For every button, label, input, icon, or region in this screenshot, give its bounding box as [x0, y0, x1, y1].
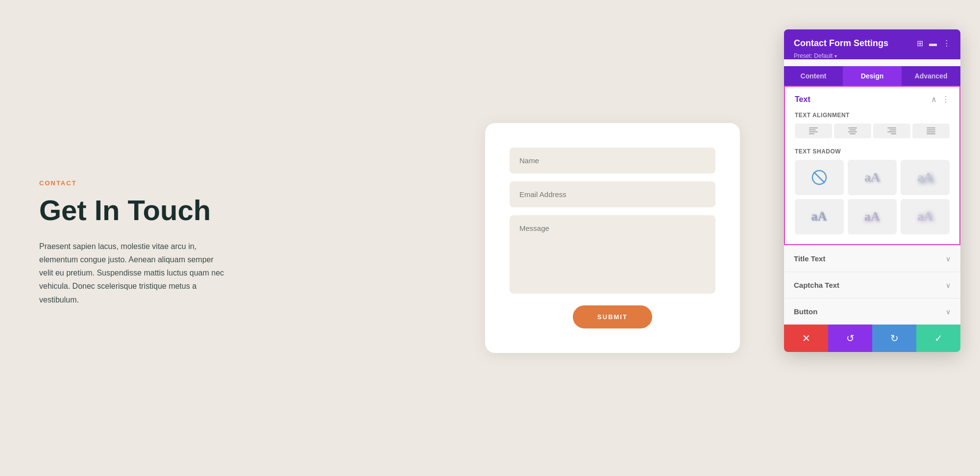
preset-row: Preset: Default ▾ — [794, 52, 951, 59]
tab-content[interactable]: Content — [784, 66, 843, 86]
button-label: Button — [794, 307, 817, 316]
captcha-text-label: Captcha Text — [794, 281, 839, 289]
shadow-text-4: aA — [864, 209, 880, 224]
panel-title-icons: ⊞ ▬ ⋮ — [917, 39, 951, 48]
panel-body: Text ∧ ⋮ Text Alignment — [784, 86, 960, 352]
name-input[interactable] — [510, 148, 715, 174]
align-left-icon — [809, 127, 818, 134]
alignment-label: Text Alignment — [795, 112, 950, 119]
resize-icon[interactable]: ⊞ — [917, 39, 923, 48]
svg-rect-15 — [927, 133, 935, 134]
align-justify-button[interactable] — [912, 124, 950, 138]
left-column: CONTACT Get In Touch Praesent sapien lac… — [39, 170, 245, 306]
svg-rect-9 — [889, 129, 896, 130]
shadow-option-4[interactable]: aA — [848, 199, 897, 234]
text-section: Text ∧ ⋮ Text Alignment — [784, 86, 960, 245]
cancel-button[interactable]: ✕ — [784, 325, 828, 352]
title-text-section[interactable]: Title Text ∨ — [784, 245, 960, 272]
shadow-text-5: aA — [917, 209, 933, 224]
align-justify-icon — [927, 127, 935, 134]
section-header-icons: ∧ ⋮ — [931, 95, 950, 104]
tab-advanced[interactable]: Advanced — [902, 66, 960, 86]
shadow-text-1: aA — [864, 170, 880, 185]
action-bar: ✕ ↺ ↻ ✓ — [784, 325, 960, 352]
title-text-label: Title Text — [794, 254, 825, 263]
body-text: Praesent sapien lacus, molestie vitae ar… — [39, 240, 225, 306]
settings-panel: Contact Form Settings ⊞ ▬ ⋮ Preset: Defa… — [784, 29, 960, 352]
captcha-text-chevron: ∨ — [946, 281, 951, 289]
undo-button[interactable]: ↺ — [828, 325, 872, 352]
text-section-title: Text — [795, 95, 810, 104]
panel-header: Contact Form Settings ⊞ ▬ ⋮ Preset: Defa… — [784, 29, 960, 59]
svg-rect-4 — [848, 127, 857, 128]
svg-rect-6 — [848, 131, 857, 132]
alignment-buttons — [795, 124, 950, 138]
preset-arrow[interactable]: ▾ — [834, 53, 837, 59]
shadow-option-5[interactable]: aA — [901, 199, 950, 234]
svg-rect-12 — [927, 127, 935, 128]
shadow-option-1[interactable]: aA — [848, 160, 897, 195]
captcha-text-section[interactable]: Captcha Text ∨ — [784, 272, 960, 298]
panel-tabs: Content Design Advanced — [784, 66, 960, 86]
panel-title: Contact Form Settings — [794, 38, 888, 49]
panel-title-row: Contact Form Settings ⊞ ▬ ⋮ — [794, 38, 951, 49]
svg-rect-1 — [809, 129, 816, 130]
no-shadow-icon — [811, 170, 827, 185]
align-right-icon — [887, 127, 896, 134]
svg-rect-11 — [891, 133, 896, 134]
contact-form-card: SUBMIT — [485, 123, 740, 353]
message-textarea[interactable] — [510, 215, 715, 294]
shadow-text-2: aA — [917, 170, 933, 185]
align-center-button[interactable] — [834, 124, 871, 138]
align-center-icon — [848, 127, 857, 134]
shadow-option-3[interactable]: aA — [795, 199, 844, 234]
section-content: Text Alignment — [785, 112, 959, 244]
redo-button[interactable]: ↻ — [872, 325, 916, 352]
align-right-button[interactable] — [873, 124, 910, 138]
tab-design[interactable]: Design — [843, 66, 902, 86]
svg-rect-10 — [887, 131, 896, 132]
button-chevron: ∨ — [946, 308, 951, 316]
shadow-text-3: aA — [811, 209, 827, 224]
align-left-button[interactable] — [795, 124, 832, 138]
svg-rect-7 — [850, 133, 856, 134]
svg-rect-3 — [809, 133, 814, 134]
svg-rect-14 — [927, 131, 935, 132]
svg-line-17 — [814, 172, 825, 183]
main-heading: Get In Touch — [39, 195, 245, 226]
preset-label: Preset: Default — [794, 52, 833, 59]
button-section[interactable]: Button ∨ — [784, 298, 960, 325]
svg-rect-13 — [927, 129, 935, 130]
contact-label: CONTACT — [39, 179, 245, 187]
shadow-option-2[interactable]: aA — [901, 160, 950, 195]
shadow-none-option[interactable] — [795, 160, 844, 195]
title-text-chevron: ∨ — [946, 255, 951, 263]
section-header: Text ∧ ⋮ — [785, 87, 959, 112]
save-button[interactable]: ✓ — [916, 325, 960, 352]
svg-rect-0 — [809, 127, 818, 128]
email-input[interactable] — [510, 181, 715, 207]
collapse-icon[interactable]: ▬ — [929, 39, 937, 48]
svg-rect-5 — [849, 129, 856, 130]
submit-button[interactable]: SUBMIT — [573, 305, 652, 328]
collapse-section-icon[interactable]: ∧ — [931, 95, 937, 104]
shadow-label: Text Shadow — [795, 148, 950, 155]
section-more-icon[interactable]: ⋮ — [942, 95, 950, 104]
svg-rect-8 — [887, 127, 896, 128]
shadow-grid: aA aA aA aA aA — [795, 160, 950, 234]
more-icon[interactable]: ⋮ — [943, 39, 951, 48]
svg-rect-2 — [809, 131, 818, 132]
